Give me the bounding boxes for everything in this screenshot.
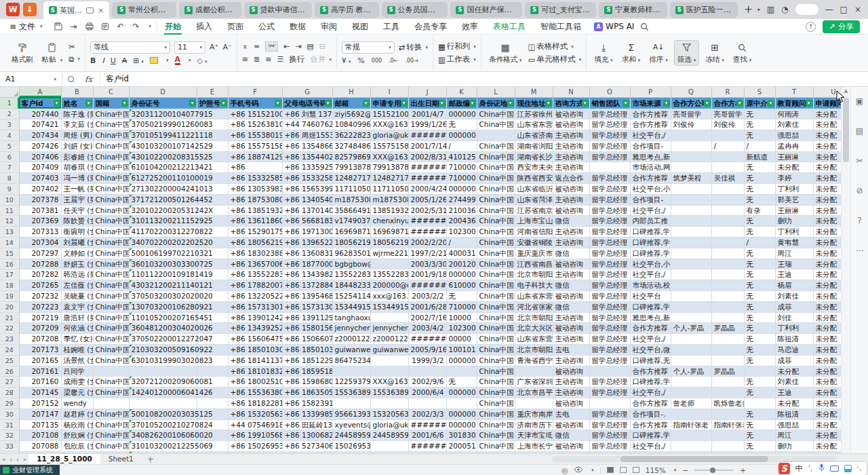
cell[interactable]: 陈子逸 (男 (61, 109, 93, 119)
cell[interactable]: China中国 (93, 387, 129, 398)
cell[interactable]: 主动咨询 (553, 130, 589, 141)
cell[interactable]: 2001/9/18 (408, 269, 446, 280)
row-header-10[interactable]: 10 (0, 194, 19, 205)
align-center-icon[interactable]: ≣ (254, 55, 260, 64)
cell[interactable]: 被动咨询 (553, 119, 589, 130)
cell[interactable]: 122593794 (332, 377, 370, 387)
cell[interactable]: 陈祖清 (775, 408, 813, 419)
justify-icon[interactable]: ☰ (277, 55, 283, 64)
cell[interactable]: 市场活动,网 (630, 162, 671, 173)
cell[interactable] (671, 184, 711, 195)
cell[interactable]: +86 13901242 (228, 312, 282, 323)
cell[interactable]: 留学总经理 (589, 184, 630, 195)
row-header-3[interactable]: 3 (0, 119, 19, 130)
cell[interactable]: 207378 (19, 194, 61, 205)
cell[interactable]: 340826200106060020 (129, 430, 197, 441)
cell[interactable] (408, 398, 446, 409)
cell[interactable]: 湖南省浏阳 (515, 140, 553, 151)
cell[interactable]: +86 15731301 (228, 301, 282, 312)
cell[interactable]: 142401200006041426 (129, 387, 197, 398)
zoom-slider[interactable] (694, 470, 734, 471)
cell[interactable] (711, 184, 744, 195)
cell[interactable]: 138519326 (370, 205, 408, 216)
cell[interactable]: ######## (408, 419, 446, 430)
cell[interactable]: 未分配 (813, 408, 841, 419)
cell[interactable]: China中国 (93, 216, 129, 227)
cell[interactable] (332, 398, 370, 409)
col-header-K[interactable]: K (446, 87, 477, 97)
cell[interactable]: 未分配 (813, 430, 841, 441)
filter-header-cell[interactable]: 客户id▾ (19, 97, 61, 109)
cell[interactable]: 未分配 (813, 355, 841, 366)
cell[interactable]: +86 15606475 (228, 334, 282, 345)
cell[interactable]: 无 (744, 345, 775, 356)
cell[interactable]: 207165 (19, 355, 61, 366)
cell[interactable]: +86 18874129 (228, 151, 282, 162)
cell[interactable]: 000000 (446, 408, 477, 419)
filter-dropdown-icon[interactable]: ▾ (189, 100, 196, 107)
cell[interactable]: 207152 (19, 398, 61, 409)
cell[interactable]: 李文茹 (女 (61, 119, 93, 130)
cell[interactable] (370, 355, 408, 366)
normal-view-icon[interactable] (607, 467, 614, 473)
cell[interactable]: 山东省东营 (515, 334, 553, 345)
cell[interactable]: 未分配 (813, 140, 841, 151)
cell[interactable]: 山东省东营 (515, 291, 553, 302)
cell[interactable]: wendy (61, 398, 93, 409)
cell[interactable]: China中国 (477, 408, 515, 419)
cell[interactable]: v17490376 (332, 216, 370, 227)
menu-tab-插入[interactable]: 插入 (189, 19, 220, 35)
paste-button[interactable]: 粘贴 ▾ (39, 41, 66, 66)
font-size-select[interactable]: 11▾ (174, 41, 205, 54)
cell[interactable]: +86 18302388 (228, 248, 282, 259)
fx-icon[interactable]: fx (80, 75, 97, 84)
cell[interactable] (711, 334, 744, 345)
align-left-icon[interactable]: ≡ (242, 55, 248, 64)
cell[interactable]: 未分配 (813, 109, 841, 119)
cell[interactable] (446, 398, 477, 409)
cell[interactable]: 610000 (446, 280, 477, 291)
cell[interactable]: 重庆市南岸 (515, 408, 553, 419)
cell[interactable] (711, 238, 744, 248)
taskbar-app-chip[interactable]: 业财管理系统 (0, 465, 60, 475)
percent-icon[interactable]: % (357, 56, 364, 65)
cell[interactable]: 成菲 (775, 301, 813, 312)
cell[interactable]: +86 13359257067 (282, 162, 332, 173)
restore-button[interactable]: □ (840, 5, 848, 14)
filter-header-cell[interactable]: 合作方名称▾ (711, 97, 744, 109)
cell[interactable]: 胡睿琪 (女 (61, 162, 93, 173)
cell[interactable] (408, 366, 446, 377)
cell[interactable]: 207265 (19, 280, 61, 291)
filter-header-cell[interactable]: 原中介机构▾ (744, 97, 775, 109)
cell[interactable]: 124827175 (370, 173, 408, 184)
cell[interactable]: +86 15066073863 (282, 334, 332, 345)
cell[interactable]: 无 (744, 248, 775, 259)
row-header-18[interactable]: 18 (0, 280, 19, 291)
cell[interactable]: 社交平台,小 (630, 184, 671, 195)
cell[interactable]: 2005/1/26 (408, 194, 446, 205)
sheet-tab-Sheet1[interactable]: Sheet1 (100, 454, 142, 465)
cell[interactable]: 371721200501264452 (129, 194, 197, 205)
menu-tab-开始[interactable]: 开始 (157, 19, 189, 35)
cell[interactable]: 207173 (19, 345, 61, 356)
cell[interactable]: China中国 (477, 334, 515, 345)
menu-tab-工具[interactable]: 工具 (376, 19, 407, 35)
cell[interactable]: ######## (408, 173, 446, 184)
cell[interactable]: 被动咨询 (553, 441, 589, 452)
ime-keyboard-icon[interactable] (830, 466, 839, 472)
cell[interactable]: 无 (744, 312, 775, 323)
cell[interactable]: 留学总经理 (589, 280, 630, 291)
cell[interactable]: China中国 (477, 259, 515, 269)
cell[interactable]: 207282 (19, 269, 61, 280)
cell[interactable] (671, 280, 711, 291)
macro-record-icon[interactable]: ◎ (561, 466, 568, 474)
cell[interactable]: 169698712 (332, 227, 370, 238)
col-header-I[interactable]: I (370, 87, 408, 97)
clear-format-button[interactable]: ◇▾ (197, 56, 208, 65)
cell[interactable]: 口碑推荐,学 (630, 238, 671, 248)
cell[interactable]: 未分配 (813, 269, 841, 280)
cell[interactable]: 207369 (19, 216, 61, 227)
wps-ai-button[interactable]: A WPS AI (589, 22, 639, 31)
cell[interactable] (332, 366, 370, 377)
cell[interactable]: 无 (744, 130, 775, 141)
